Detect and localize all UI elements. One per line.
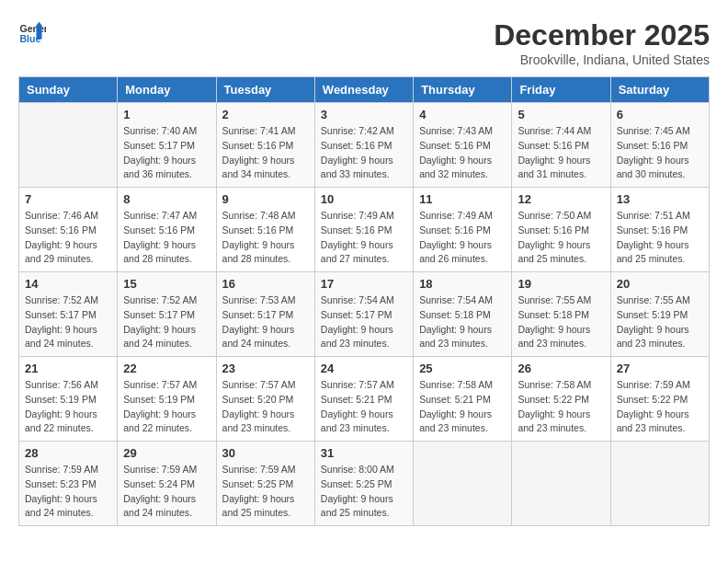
cell-info: Sunrise: 7:44 AMSunset: 5:16 PMDaylight:… — [518, 124, 604, 182]
day-number: 24 — [321, 362, 407, 375]
calendar-cell: 15Sunrise: 7:52 AMSunset: 5:17 PMDayligh… — [118, 272, 216, 357]
day-number: 9 — [222, 192, 309, 206]
day-header-thursday: Thursday — [414, 77, 512, 103]
page-header: General Blue December 2025 Brookville, I… — [18, 18, 710, 67]
calendar-cell: 18Sunrise: 7:54 AMSunset: 5:18 PMDayligh… — [414, 272, 512, 357]
calendar-cell: 23Sunrise: 7:57 AMSunset: 5:20 PMDayligh… — [216, 357, 314, 442]
cell-info: Sunrise: 7:52 AMSunset: 5:17 PMDaylight:… — [123, 293, 210, 351]
day-number: 20 — [617, 277, 703, 291]
day-number: 3 — [321, 108, 407, 121]
day-number: 19 — [518, 277, 604, 291]
day-number: 23 — [222, 362, 309, 375]
cell-info: Sunrise: 7:57 AMSunset: 5:20 PMDaylight:… — [222, 378, 309, 436]
day-header-sunday: Sunday — [19, 77, 118, 103]
day-number: 18 — [419, 277, 506, 291]
cell-info: Sunrise: 7:40 AMSunset: 5:17 PMDaylight:… — [123, 124, 210, 182]
cell-info: Sunrise: 7:59 AMSunset: 5:23 PMDaylight:… — [25, 463, 111, 521]
day-number: 29 — [123, 446, 210, 460]
day-number: 21 — [25, 362, 111, 375]
cell-info: Sunrise: 7:43 AMSunset: 5:16 PMDaylight:… — [419, 124, 506, 182]
calendar-cell: 26Sunrise: 7:58 AMSunset: 5:22 PMDayligh… — [512, 357, 610, 442]
day-number: 10 — [321, 192, 407, 206]
cell-info: Sunrise: 7:57 AMSunset: 5:21 PMDaylight:… — [321, 378, 407, 436]
day-number: 12 — [518, 192, 604, 206]
calendar-cell: 3Sunrise: 7:42 AMSunset: 5:16 PMDaylight… — [314, 103, 413, 188]
day-number: 14 — [25, 277, 111, 291]
calendar-cell: 28Sunrise: 7:59 AMSunset: 5:23 PMDayligh… — [19, 442, 118, 526]
day-header-monday: Monday — [118, 77, 216, 103]
day-number: 30 — [222, 446, 309, 460]
cell-info: Sunrise: 7:58 AMSunset: 5:21 PMDaylight:… — [419, 378, 506, 436]
cell-info: Sunrise: 7:58 AMSunset: 5:22 PMDaylight:… — [518, 378, 604, 436]
calendar-cell: 29Sunrise: 7:59 AMSunset: 5:24 PMDayligh… — [118, 442, 216, 526]
cell-info: Sunrise: 7:57 AMSunset: 5:19 PMDaylight:… — [123, 378, 210, 436]
calendar-cell: 22Sunrise: 7:57 AMSunset: 5:19 PMDayligh… — [118, 357, 216, 442]
calendar-cell: 20Sunrise: 7:55 AMSunset: 5:19 PMDayligh… — [610, 272, 709, 357]
calendar-cell: 11Sunrise: 7:49 AMSunset: 5:16 PMDayligh… — [414, 188, 512, 272]
cell-info: Sunrise: 7:55 AMSunset: 5:19 PMDaylight:… — [617, 293, 703, 351]
calendar-cell — [610, 442, 709, 526]
calendar-week-3: 14Sunrise: 7:52 AMSunset: 5:17 PMDayligh… — [19, 272, 710, 357]
cell-info: Sunrise: 7:47 AMSunset: 5:16 PMDaylight:… — [123, 209, 210, 267]
calendar-cell: 14Sunrise: 7:52 AMSunset: 5:17 PMDayligh… — [19, 272, 118, 357]
calendar-cell: 16Sunrise: 7:53 AMSunset: 5:17 PMDayligh… — [216, 272, 314, 357]
calendar-cell: 9Sunrise: 7:48 AMSunset: 5:16 PMDaylight… — [216, 188, 314, 272]
day-number: 7 — [25, 192, 111, 206]
cell-info: Sunrise: 7:55 AMSunset: 5:18 PMDaylight:… — [518, 293, 604, 351]
calendar-cell: 8Sunrise: 7:47 AMSunset: 5:16 PMDaylight… — [118, 188, 216, 272]
cell-info: Sunrise: 7:52 AMSunset: 5:17 PMDaylight:… — [25, 293, 111, 351]
cell-info: Sunrise: 7:41 AMSunset: 5:16 PMDaylight:… — [222, 124, 309, 182]
day-number: 27 — [617, 362, 703, 375]
day-number: 5 — [518, 108, 604, 121]
day-header-tuesday: Tuesday — [216, 77, 314, 103]
cell-info: Sunrise: 7:54 AMSunset: 5:17 PMDaylight:… — [321, 293, 407, 351]
logo-icon: General Blue — [18, 18, 46, 46]
calendar-cell: 24Sunrise: 7:57 AMSunset: 5:21 PMDayligh… — [314, 357, 413, 442]
day-number: 13 — [617, 192, 703, 206]
calendar-cell: 19Sunrise: 7:55 AMSunset: 5:18 PMDayligh… — [512, 272, 610, 357]
day-number: 26 — [518, 362, 604, 375]
cell-info: Sunrise: 7:46 AMSunset: 5:16 PMDaylight:… — [25, 209, 111, 267]
calendar-cell: 21Sunrise: 7:56 AMSunset: 5:19 PMDayligh… — [19, 357, 118, 442]
day-number: 8 — [123, 192, 210, 206]
cell-info: Sunrise: 7:56 AMSunset: 5:19 PMDaylight:… — [25, 378, 111, 436]
cell-info: Sunrise: 7:49 AMSunset: 5:16 PMDaylight:… — [321, 209, 407, 267]
cell-info: Sunrise: 7:59 AMSunset: 5:24 PMDaylight:… — [123, 463, 210, 521]
calendar-cell: 5Sunrise: 7:44 AMSunset: 5:16 PMDaylight… — [512, 103, 610, 188]
day-number: 17 — [321, 277, 407, 291]
calendar-cell: 13Sunrise: 7:51 AMSunset: 5:16 PMDayligh… — [610, 188, 709, 272]
calendar-week-5: 28Sunrise: 7:59 AMSunset: 5:23 PMDayligh… — [19, 442, 710, 526]
location-subtitle: Brookville, Indiana, United States — [494, 52, 710, 67]
cell-info: Sunrise: 8:00 AMSunset: 5:25 PMDaylight:… — [321, 463, 407, 521]
calendar-cell — [512, 442, 610, 526]
calendar-cell: 6Sunrise: 7:45 AMSunset: 5:16 PMDaylight… — [610, 103, 709, 188]
cell-info: Sunrise: 7:48 AMSunset: 5:16 PMDaylight:… — [222, 209, 309, 267]
cell-info: Sunrise: 7:50 AMSunset: 5:16 PMDaylight:… — [518, 209, 604, 267]
calendar-cell: 27Sunrise: 7:59 AMSunset: 5:22 PMDayligh… — [610, 357, 709, 442]
day-number: 31 — [321, 446, 407, 460]
day-number: 6 — [617, 108, 703, 121]
cell-info: Sunrise: 7:42 AMSunset: 5:16 PMDaylight:… — [321, 124, 407, 182]
day-number: 2 — [222, 108, 309, 121]
day-header-wednesday: Wednesday — [314, 77, 413, 103]
calendar-table: SundayMondayTuesdayWednesdayThursdayFrid… — [18, 76, 710, 526]
cell-info: Sunrise: 7:49 AMSunset: 5:16 PMDaylight:… — [419, 209, 506, 267]
month-year-title: December 2025 — [494, 18, 710, 52]
day-number: 4 — [419, 108, 506, 121]
calendar-week-4: 21Sunrise: 7:56 AMSunset: 5:19 PMDayligh… — [19, 357, 710, 442]
day-number: 11 — [419, 192, 506, 206]
day-number: 22 — [123, 362, 210, 375]
cell-info: Sunrise: 7:51 AMSunset: 5:16 PMDaylight:… — [617, 209, 703, 267]
cell-info: Sunrise: 7:54 AMSunset: 5:18 PMDaylight:… — [419, 293, 506, 351]
calendar-cell: 10Sunrise: 7:49 AMSunset: 5:16 PMDayligh… — [314, 188, 413, 272]
calendar-cell: 1Sunrise: 7:40 AMSunset: 5:17 PMDaylight… — [118, 103, 216, 188]
calendar-cell: 12Sunrise: 7:50 AMSunset: 5:16 PMDayligh… — [512, 188, 610, 272]
logo: General Blue — [18, 18, 46, 46]
day-header-saturday: Saturday — [610, 77, 709, 103]
day-number: 16 — [222, 277, 309, 291]
cell-info: Sunrise: 7:45 AMSunset: 5:16 PMDaylight:… — [617, 124, 703, 182]
day-number: 25 — [419, 362, 506, 375]
calendar-cell — [414, 442, 512, 526]
calendar-cell: 30Sunrise: 7:59 AMSunset: 5:25 PMDayligh… — [216, 442, 314, 526]
day-header-friday: Friday — [512, 77, 610, 103]
